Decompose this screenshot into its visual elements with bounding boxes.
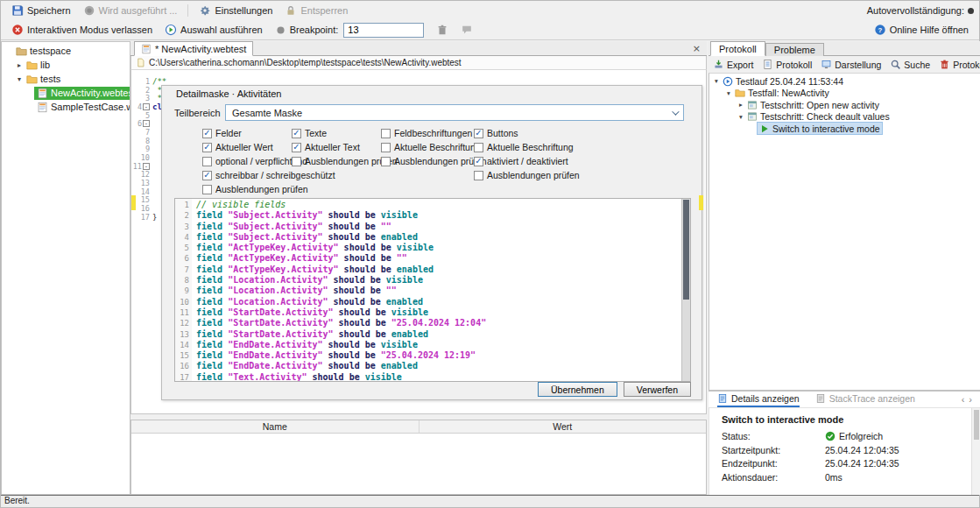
leave-interactive-button[interactable]: Interaktiven Modus verlassen xyxy=(6,22,158,38)
checkbox-checked-icon[interactable]: ✓ xyxy=(292,129,301,138)
tree-item-label: Testlauf 25.04.24 11:53:44 xyxy=(736,76,843,87)
tree-item[interactable]: SampleTestCase.webtest xyxy=(2,100,130,114)
tab-details[interactable]: Details anzeigen xyxy=(717,392,800,407)
tree-item[interactable]: ▸Testschritt: Open new activity xyxy=(709,99,980,111)
tree-item[interactable]: ▾tests xyxy=(2,72,130,86)
settings-button[interactable]: Einstellungen xyxy=(194,3,278,18)
tree-item[interactable]: ▾Testschritt: Check deault values xyxy=(709,111,980,123)
checkbox-option[interactable]: Feldbeschriftungen xyxy=(381,128,474,138)
column-header-wert[interactable]: Wert xyxy=(419,420,707,433)
checkbox-option[interactable]: ✓Aktueller Wert xyxy=(202,142,292,152)
chevron-down-icon[interactable]: ▾ xyxy=(724,89,733,97)
running-icon xyxy=(83,4,95,17)
suche-button[interactable]: Suche xyxy=(890,59,930,70)
column-header-name[interactable]: Name xyxy=(131,420,419,433)
checkbox-checked-icon[interactable]: ✓ xyxy=(474,157,483,166)
line-number: 4 xyxy=(137,102,142,111)
code-line: field "Subject.Activity" should be enabl… xyxy=(196,232,681,243)
checkbox-option[interactable]: Ausblendungen prüfen xyxy=(292,156,381,166)
checkbox-checked-icon[interactable]: ✓ xyxy=(292,143,301,152)
checkbox-label: aktiviert / deaktiviert xyxy=(487,156,568,166)
nav-left-icon[interactable]: ‹ xyxy=(962,394,965,405)
apply-button[interactable]: Übernehmen xyxy=(538,382,617,397)
discard-button[interactable]: Verwerfen xyxy=(624,382,691,397)
checkbox-unchecked-icon[interactable] xyxy=(292,157,301,166)
checkbox-option[interactable]: Ausblendungen prüfen xyxy=(381,156,474,166)
chevron-right-icon[interactable]: ▸ xyxy=(737,101,745,109)
fold-marker-icon[interactable]: - xyxy=(143,103,150,110)
checkbox-option[interactable]: ✓Texte xyxy=(292,128,381,138)
chevron-down-icon[interactable]: ▾ xyxy=(15,75,24,83)
chevron-down-icon[interactable]: ▾ xyxy=(737,113,745,121)
checkbox-option[interactable]: Ausblendungen prüfen xyxy=(202,184,292,194)
tab-probleme[interactable]: Probleme xyxy=(765,43,824,56)
dsl-scrollbar[interactable] xyxy=(681,199,690,381)
checkbox-option[interactable]: ✓Buttons xyxy=(474,128,694,138)
checkbox-checked-icon[interactable]: ✓ xyxy=(202,143,212,152)
details-scrollbar[interactable] xyxy=(971,408,980,495)
teilbereich-select[interactable]: Gesamte Maske xyxy=(225,104,684,121)
checkbox-option[interactable]: ✓Aktueller Text xyxy=(292,142,381,152)
file-path-icon xyxy=(136,58,145,67)
line-number: 12 xyxy=(175,318,189,328)
checkbox-option[interactable]: Aktuelle Beschriftung xyxy=(474,142,694,152)
checkbox-unchecked-icon[interactable] xyxy=(381,157,391,166)
checkbox-unchecked-icon[interactable] xyxy=(381,129,391,138)
checkbox-label: Buttons xyxy=(487,128,518,138)
line-number: 7 xyxy=(175,265,189,275)
close-icon[interactable]: × xyxy=(693,43,701,54)
fold-marker-icon[interactable]: - xyxy=(143,120,150,127)
tab-protokoll[interactable]: Protokoll xyxy=(710,41,765,56)
checkbox-option[interactable]: Aktuelle Beschriftung xyxy=(381,142,474,152)
dsl-code-editor[interactable]: 123456789101112131415161718 // visible f… xyxy=(174,198,691,382)
line-number: 13 xyxy=(141,179,150,187)
tree-item[interactable]: Switch to interactive mode xyxy=(709,123,980,135)
checkbox-unchecked-icon[interactable] xyxy=(202,185,212,194)
code-editor[interactable]: 1234-56-7891011-121314151617 /** * *cl} … xyxy=(130,70,707,414)
variables-table: Name Wert xyxy=(130,420,707,495)
checkbox-option[interactable]: ✓schreibbar / schreibgeschützt xyxy=(202,170,292,180)
breakpoint-input[interactable] xyxy=(343,23,424,38)
tree-item[interactable]: ▾Testfall: NewActivity xyxy=(709,88,980,100)
checkbox-option[interactable]: Ausblendungen prüfen xyxy=(474,170,694,180)
checkbox-option[interactable]: ✓aktiviert / deaktiviert xyxy=(474,156,694,166)
save-button[interactable]: Speichern xyxy=(6,3,76,18)
export-button[interactable]: Export xyxy=(713,59,753,70)
darstellung-button[interactable]: Darstellung xyxy=(821,59,881,70)
line-number: 8 xyxy=(145,137,150,145)
clear-log-button[interactable]: Protokoll leeren xyxy=(939,59,980,70)
autocomplete-indicator-icon[interactable] xyxy=(968,8,974,14)
tree-item[interactable]: ▸lib xyxy=(2,58,130,72)
checkbox-unchecked-icon[interactable] xyxy=(381,143,391,152)
unlock-label: Entsperren xyxy=(300,5,348,16)
checkbox-checked-icon[interactable]: ✓ xyxy=(202,171,212,180)
tree-item[interactable]: NewActivity.webtest xyxy=(2,86,130,100)
stacktrace-doc-icon xyxy=(815,393,826,404)
leave-interactive-icon xyxy=(11,24,24,36)
tree-item[interactable]: testspace xyxy=(2,44,130,58)
export-label: Export xyxy=(727,60,753,70)
chevron-right-icon[interactable]: ▸ xyxy=(15,61,24,69)
run-selection-button[interactable]: Auswahl ausführen xyxy=(159,22,268,38)
checkbox-unchecked-icon[interactable] xyxy=(474,171,483,180)
line-number: 1 xyxy=(175,200,189,210)
online-help-button[interactable]: ? Online Hilfe öffnen xyxy=(869,22,974,38)
tree-item[interactable]: ▾Testlauf 25.04.24 11:53:44 xyxy=(709,75,980,88)
dsl-code[interactable]: // visible fieldsfield "Subject.Activity… xyxy=(192,199,681,381)
chevron-down-icon[interactable]: ▾ xyxy=(712,77,721,85)
checkbox-unchecked-icon[interactable] xyxy=(474,143,483,152)
editor-tab[interactable]: * NewActivity.webtest xyxy=(134,41,253,56)
checkbox-option[interactable]: ✓Felder xyxy=(202,128,292,138)
protokoll-button[interactable]: Protokoll xyxy=(762,59,812,70)
line-number: 5 xyxy=(145,111,150,120)
fold-marker-icon[interactable]: - xyxy=(143,163,150,170)
checkbox-checked-icon[interactable]: ✓ xyxy=(202,129,212,138)
breakpoint-icon xyxy=(275,25,286,36)
nav-right-icon[interactable]: › xyxy=(969,394,972,405)
tab-stacktrace[interactable]: StackTrace anzeigen xyxy=(815,392,915,407)
checkbox-unchecked-icon[interactable] xyxy=(202,157,212,166)
checkbox-option[interactable]: optional / verpflichtend xyxy=(202,156,292,166)
scrollbar-thumb[interactable] xyxy=(683,200,689,300)
scrollbar-thumb[interactable] xyxy=(974,410,979,440)
checkbox-checked-icon[interactable]: ✓ xyxy=(474,129,483,138)
